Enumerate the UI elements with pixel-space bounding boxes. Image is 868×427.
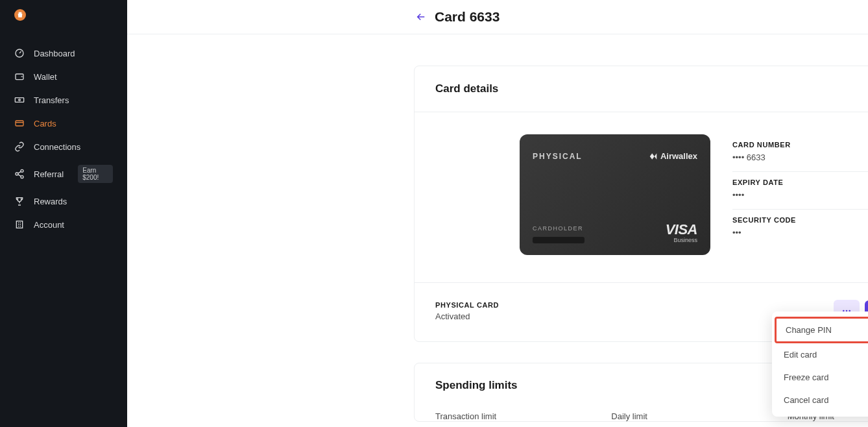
wallet-icon: [14, 71, 25, 82]
sidebar-item-label: Dashboard: [34, 49, 75, 58]
link-icon: [14, 141, 25, 152]
back-button[interactable]: [414, 10, 428, 24]
expiry-label: EXPIRY DATE: [732, 178, 868, 186]
card-details-title: Card details: [435, 82, 498, 95]
expiry-value: ••••: [732, 190, 868, 200]
building-icon: [14, 219, 25, 230]
sidebar-item-label: Wallet: [34, 72, 57, 82]
share-icon: [14, 169, 25, 179]
sidebar-item-transfers[interactable]: Transfers: [0, 88, 127, 112]
card-visual: PHYSICAL Airwallex CARDHOLDER: [520, 134, 710, 255]
physical-card-status: Activated: [435, 311, 499, 321]
svg-point-7: [21, 176, 23, 178]
cash-icon: [14, 95, 25, 105]
card-details-panel: Card details Active PHYSICAL Airwallex: [414, 66, 868, 342]
sidebar-item-label: Cards: [34, 119, 56, 128]
visa-logo: VISA: [666, 223, 697, 237]
card-number-value: •••• 6633: [732, 152, 868, 162]
security-code-value: •••: [732, 228, 868, 238]
menu-change-pin[interactable]: Change PIN: [775, 317, 868, 343]
menu-cancel-card[interactable]: Cancel card: [772, 389, 868, 411]
sidebar-item-connections[interactable]: Connections: [0, 135, 127, 158]
sidebar-item-label: Account: [34, 220, 64, 230]
menu-freeze-card[interactable]: Freeze card: [772, 366, 868, 389]
sidebar: Dashboard Wallet Transfers Cards Connect…: [0, 0, 127, 427]
app-logo: [14, 9, 26, 21]
arrow-left-icon: [415, 11, 427, 23]
page-title: Card 6633: [435, 9, 500, 25]
security-code-label: SECURITY CODE: [732, 216, 868, 224]
svg-rect-8: [16, 221, 22, 228]
card-type-label: PHYSICAL: [533, 152, 583, 161]
sidebar-item-label: Rewards: [34, 197, 67, 206]
gauge-icon: [14, 48, 25, 58]
svg-rect-2: [15, 98, 23, 103]
airwallex-logo-icon: [649, 152, 658, 161]
sidebar-item-wallet[interactable]: Wallet: [0, 65, 127, 88]
sidebar-item-account[interactable]: Account: [0, 213, 127, 236]
referral-badge: Earn $200!: [78, 165, 113, 183]
svg-point-5: [21, 169, 23, 172]
sidebar-item-label: Connections: [34, 142, 80, 152]
visa-sub: Business: [666, 237, 697, 243]
sidebar-item-cards[interactable]: Cards: [0, 112, 127, 135]
card-brand: Airwallex: [649, 151, 697, 161]
sidebar-item-label: Transfers: [34, 95, 69, 105]
card-actions-dropdown: Change PIN Edit card Freeze card Cancel …: [772, 311, 868, 417]
cardholder-redacted: [533, 237, 585, 243]
card-icon: [14, 118, 25, 128]
transaction-limit-label: Transaction limit: [435, 411, 611, 421]
main-content: Card 6633 Card details Active PHYSICAL A…: [127, 0, 868, 427]
svg-point-6: [16, 173, 18, 175]
physical-card-label: PHYSICAL CARD: [435, 301, 499, 309]
sidebar-item-dashboard[interactable]: Dashboard: [0, 42, 127, 65]
sidebar-item-label: Referral: [34, 169, 64, 179]
topbar: Card 6633: [127, 0, 868, 34]
daily-limit-label: Daily limit: [611, 411, 787, 421]
cardholder-label: CARDHOLDER: [533, 225, 585, 232]
card-info-fields: CARD NUMBER •••• 6633 EXPIRY DATE •••• S…: [732, 134, 868, 247]
menu-edit-card[interactable]: Edit card: [772, 343, 868, 366]
trophy-icon: [14, 196, 25, 206]
sidebar-item-referral[interactable]: Referral Earn $200!: [0, 158, 127, 189]
svg-point-3: [19, 99, 21, 101]
card-number-label: CARD NUMBER: [732, 141, 868, 149]
svg-rect-4: [16, 121, 23, 126]
sidebar-item-rewards[interactable]: Rewards: [0, 189, 127, 213]
